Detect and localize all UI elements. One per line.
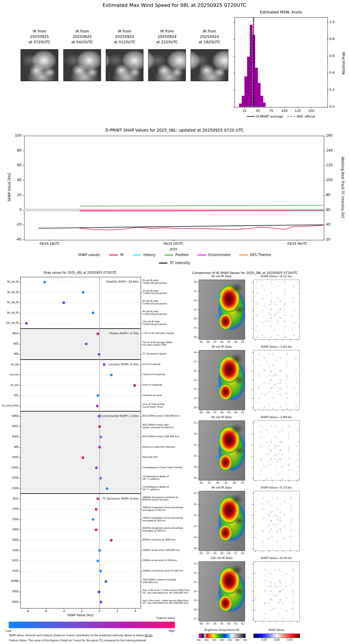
map-xtick-mark	[255, 340, 256, 341]
dotplot-row-label: U200	[0, 549, 19, 552]
map-xtick-label: -54	[225, 623, 232, 625]
map-ytick-mark	[252, 515, 253, 516]
dotplot-row-tick-left	[19, 354, 20, 355]
dotplot-xtick-label: 0	[95, 610, 104, 613]
feature-value-low-label: Low	[6, 629, 11, 632]
dotplot-feature-description: Distance to Land	[143, 394, 202, 397]
dotplot-row-label: 6h_old_IR	[0, 301, 19, 304]
dotplot-row-label: V500	[0, 518, 19, 521]
map-xtick-label: -58	[204, 341, 211, 343]
map-ytick-mark	[252, 423, 253, 423]
legend-line-swatch	[247, 116, 255, 117]
map-ytick-mark	[252, 493, 253, 494]
map-xtick-label: -54	[225, 552, 232, 555]
timeline-ytick-mark-left	[23, 195, 24, 195]
dotplot-row-tick-right	[140, 571, 142, 571]
dotplot-row-tick-right	[140, 437, 142, 437]
dotplot-row-tick-right	[140, 602, 142, 603]
dotplot-row-guide	[21, 478, 140, 478]
map-row-ir-title: 0h old IR Data	[193, 275, 250, 278]
histogram-ytick-label: 0.8	[329, 37, 338, 41]
map-xtick-label: -55	[218, 623, 225, 625]
map-xtick-mark	[218, 480, 218, 481]
map-row-shap-title: SHAP Value=-3.99 kts	[247, 415, 305, 419]
map-ytick-mark	[198, 352, 199, 353]
map-xtick-mark	[283, 621, 284, 622]
timeline-xtick-mark	[297, 240, 298, 241]
map-xtick-label: -54	[232, 411, 239, 414]
histogram-ytick-mark	[327, 56, 328, 56]
map-ytick-label: 24	[191, 351, 197, 354]
histogram-ytick-mark	[327, 73, 328, 73]
map-row-ir-title: 12h old IR Data	[193, 556, 250, 560]
timeline-xtick-mark	[50, 240, 50, 241]
map-xtick-mark	[290, 410, 290, 411]
dotplot-row-guide	[21, 323, 140, 323]
dotplot-row-guide	[21, 551, 140, 551]
histogram-bar	[258, 83, 261, 107]
dotplot-row-tick-left	[19, 530, 20, 530]
shap-dot	[98, 549, 101, 552]
map-xtick-mark	[283, 551, 284, 552]
histogram-ytick-mark	[233, 90, 235, 90]
brightness-temp-colorbar-label: Brightness Temperature [K]	[199, 628, 245, 631]
map-ytick-mark	[252, 573, 253, 573]
map-ytick-mark	[198, 549, 199, 549]
histogram-ytick-mark	[233, 39, 235, 39]
shap-dot	[103, 363, 105, 366]
map-row-shap-title: SHAP Value=-1.83 kts	[247, 345, 305, 348]
dotplot-row-tick-right	[140, 416, 142, 417]
map-ytick-mark	[252, 582, 253, 583]
map-ytick-mark	[198, 526, 199, 527]
timeline-ytick-label-left: 60	[11, 163, 22, 167]
map-xtick-label: -52	[239, 552, 246, 555]
feature-value-colorbar	[9, 622, 175, 628]
dotplot-row-tick-right	[140, 530, 142, 530]
map-xtick-mark	[242, 480, 243, 481]
histogram-bar	[244, 76, 247, 107]
dotplot-row-label: cos_lon	[0, 373, 19, 376]
dotplot-row-tick-left	[19, 447, 20, 448]
dotplot-zero-line	[100, 277, 100, 608]
map-xtick-label: -57	[206, 482, 213, 484]
timeline-year-label: 2025	[143, 247, 203, 251]
map-xtick-label: -59	[197, 341, 204, 343]
histogram-xtick-label: 50	[253, 109, 262, 113]
map-xtick-mark	[269, 551, 270, 552]
dotplot-row-label: 0h_old_IR	[0, 281, 19, 283]
dotplot-section-header: Location SHAP=5.3kts	[74, 363, 139, 366]
dotplot-row-label: HIST	[0, 343, 19, 345]
timeline-ytick-mark-right	[324, 225, 325, 225]
dotplot-row-tick-right	[140, 375, 142, 375]
map-xtick-mark	[262, 621, 263, 622]
map-ytick-label: 23	[191, 421, 197, 424]
map-xtick-mark	[208, 410, 208, 411]
map-ytick-mark	[198, 282, 199, 282]
dotplot-feature-description: 850hPa vorticity (0-1000 km)	[143, 539, 202, 541]
dotplot-row-tick-left	[19, 334, 20, 334]
histogram-xtick-mark	[298, 107, 298, 108]
dotplot-row-tick-left	[19, 437, 20, 437]
map-xtick-mark	[272, 480, 273, 481]
histogram-xtick-mark	[311, 107, 311, 108]
histogram-ytick-mark	[233, 73, 235, 73]
dotplot-xtick-mark	[64, 608, 64, 609]
map-ytick-label: 22	[191, 503, 197, 506]
dotplot-feature-description: Sine of Latitude	[143, 363, 202, 366]
dotplot-row-tick-left	[19, 489, 20, 489]
dotplot-feature-description: 300hPa tangential wind azimuthally avera…	[143, 506, 202, 512]
histogram-bar	[255, 68, 258, 107]
map-xtick-mark	[242, 340, 243, 341]
shap-dot	[100, 436, 102, 438]
dotplot-row-tick-right	[140, 334, 142, 334]
map-ytick-mark	[198, 398, 199, 399]
map-xtick-mark	[222, 340, 222, 341]
map-xtick-mark	[283, 340, 284, 341]
dotplot-section-divider	[20, 359, 140, 360]
timeline-ytick-label-left: 0	[11, 208, 22, 212]
map-ytick-mark	[198, 456, 199, 456]
map-xtick-label: -58	[197, 482, 204, 484]
timeline-legend-item: IR	[109, 253, 123, 257]
histogram-bar	[239, 104, 242, 107]
dotplot-row-guide	[21, 375, 140, 375]
